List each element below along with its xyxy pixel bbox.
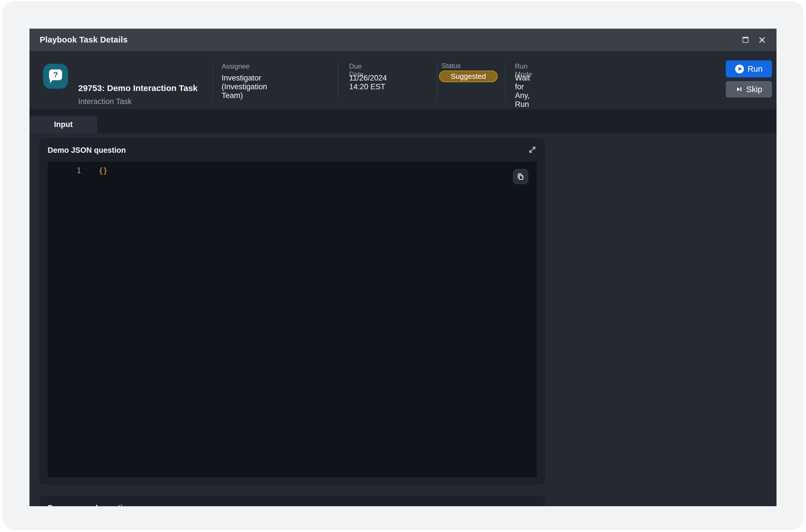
tab-strip: Input [30, 109, 776, 133]
task-title: 29753: Demo Interaction Task [78, 83, 197, 93]
divider [437, 62, 437, 100]
playbook-task-details-modal: Playbook Task Details ? 29753: Demo Inte… [30, 28, 776, 506]
line-number: 1 [47, 166, 81, 175]
skip-forward-icon [735, 86, 743, 93]
due-date-value: 11/26/2024 14:20 EST [349, 74, 387, 91]
status-label: Status [442, 62, 461, 70]
question-bubble-icon: ? [49, 70, 62, 80]
json-question-title: Demo JSON question [47, 146, 126, 155]
copy-button[interactable] [513, 169, 528, 184]
task-form-content: Demo JSON question 1 {} Demo se [30, 133, 776, 506]
skip-button-label: Skip [746, 85, 762, 94]
interaction-task-icon: ? [43, 64, 68, 89]
modal-titlebar: Playbook Task Details [30, 28, 776, 51]
second-question-title: Demo second question [47, 504, 132, 506]
skip-button[interactable]: Skip [726, 81, 772, 97]
assignee-value: Investigator (Investigation Team) [222, 74, 267, 100]
modal-title: Playbook Task Details [40, 28, 128, 51]
assignee-label: Assignee [222, 62, 250, 70]
json-code-editor[interactable]: 1 {} [47, 162, 537, 477]
tab-input[interactable]: Input [30, 116, 97, 133]
run-button[interactable]: Run [726, 60, 772, 77]
maximize-icon[interactable] [742, 36, 749, 44]
second-question-card: Demo second question [39, 495, 545, 506]
run-button-label: Run [747, 64, 762, 74]
close-icon[interactable] [759, 36, 766, 44]
status-badge: Suggested [439, 71, 498, 82]
json-question-card: Demo JSON question 1 {} [39, 137, 545, 485]
expand-icon[interactable] [528, 146, 536, 154]
divider [505, 62, 505, 100]
json-code-value: {} [99, 166, 108, 175]
task-header: ? 29753: Demo Interaction Task Interacti… [30, 51, 776, 109]
play-icon [735, 64, 744, 73]
task-type-label: Interaction Task [78, 97, 132, 106]
divider [338, 62, 338, 100]
